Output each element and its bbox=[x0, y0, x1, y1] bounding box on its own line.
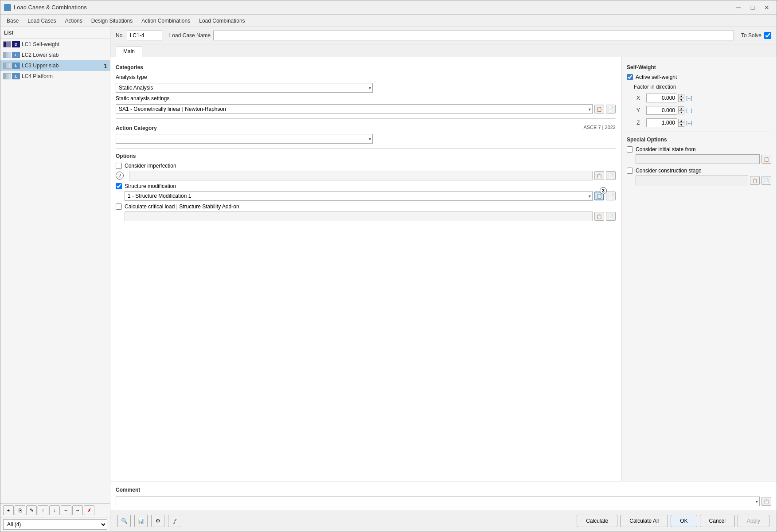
static-settings-edit-btn[interactable]: 📋 bbox=[594, 105, 604, 113]
lc3-text: LC3 Upper slab bbox=[22, 63, 59, 69]
imperfection-new-btn[interactable]: 📄 bbox=[606, 171, 616, 180]
consider-construction-input-row: 📋 📄 bbox=[636, 176, 771, 185]
action-category-select-wrapper: ▾ bbox=[116, 134, 373, 144]
calc-critical-select[interactable] bbox=[125, 211, 593, 221]
maximize-button[interactable]: □ bbox=[746, 3, 759, 12]
calc-critical-actions: 📋 📄 bbox=[125, 211, 616, 221]
consider-construction-new-btn[interactable]: 📄 bbox=[761, 176, 771, 185]
analysis-type-label: Analysis type bbox=[116, 74, 164, 80]
move-up-button[interactable]: ↑ bbox=[38, 505, 48, 515]
static-settings-select-wrapper: SA1 - Geometrically linear | Newton-Raph… bbox=[116, 104, 593, 114]
consider-initial-checkbox[interactable] bbox=[627, 146, 633, 153]
menu-load-cases[interactable]: Load Cases bbox=[23, 16, 60, 26]
close-button[interactable]: ✕ bbox=[761, 3, 773, 12]
menu-action-combinations[interactable]: Action Combinations bbox=[137, 16, 195, 26]
move-left-button[interactable]: ← bbox=[61, 505, 71, 515]
move-down-button[interactable]: ↓ bbox=[49, 505, 60, 515]
active-self-weight-checkbox[interactable] bbox=[627, 74, 633, 80]
tab-main[interactable]: Main bbox=[116, 46, 142, 57]
search-tool-btn[interactable]: 🔍 bbox=[117, 515, 131, 527]
static-settings-with-actions: SA1 - Geometrically linear | Newton-Raph… bbox=[116, 104, 616, 114]
consider-imperfection-checkbox[interactable] bbox=[116, 163, 122, 169]
menu-load-combinations[interactable]: Load Combinations bbox=[195, 16, 249, 26]
info-tool-btn[interactable]: 𝑓 bbox=[168, 515, 181, 527]
consider-construction-checkbox[interactable] bbox=[627, 168, 633, 174]
x-stepper: ▴ ▾ bbox=[678, 94, 684, 102]
list-item-lc4[interactable]: L LC4 Platform bbox=[0, 71, 110, 82]
consider-construction-input[interactable] bbox=[636, 176, 748, 185]
analysis-type-select[interactable]: Static Analysis bbox=[116, 83, 373, 93]
structure-mod-edit-btn[interactable]: 📋 3 bbox=[594, 192, 604, 200]
table-tool-btn[interactable]: 📊 bbox=[134, 515, 148, 527]
to-solve-checkbox[interactable] bbox=[764, 32, 771, 39]
y-link[interactable]: [--] bbox=[686, 108, 692, 113]
no-input[interactable] bbox=[127, 31, 162, 40]
consider-construction-label: Consider construction stage bbox=[636, 168, 702, 174]
consider-initial-input[interactable] bbox=[636, 154, 760, 164]
x-label: X bbox=[634, 95, 643, 101]
lc1-color bbox=[3, 41, 11, 47]
structure-mod-new-btn[interactable]: 📄 bbox=[606, 192, 616, 200]
duplicate-button[interactable]: ⎘ bbox=[15, 505, 25, 515]
calc-critical-edit-btn[interactable]: 📋 bbox=[594, 212, 604, 221]
comment-select-wrapper: ▾ bbox=[116, 497, 760, 506]
consider-initial-edit-btn[interactable]: 📋 bbox=[761, 155, 771, 164]
menu-bar: Base Load Cases Actions Design Situation… bbox=[0, 15, 777, 27]
content-area: List D LC1 Self-weight bbox=[0, 27, 777, 532]
list-item-lc2[interactable]: L LC2 Lower slab bbox=[0, 50, 110, 60]
comment-copy-btn[interactable]: 📋 bbox=[761, 497, 771, 506]
imperfection-edit-btn[interactable]: 📋 bbox=[594, 171, 604, 180]
list-filter-select[interactable]: All (4) bbox=[3, 519, 107, 530]
minimize-button[interactable]: ─ bbox=[732, 3, 745, 12]
action-category-select[interactable] bbox=[116, 134, 373, 144]
structure-mod-select-row: 1 - Structure Modification 1 ▾ 📋 3 📄 bbox=[125, 191, 616, 201]
z-step-up[interactable]: ▴ bbox=[678, 119, 684, 123]
menu-design-situations[interactable]: Design Situations bbox=[87, 16, 137, 26]
consider-construction-edit-btn[interactable]: 📋 bbox=[750, 176, 760, 185]
x-step-down[interactable]: ▾ bbox=[678, 98, 684, 102]
analysis-type-select-wrapper: Static Analysis ▾ bbox=[116, 83, 373, 93]
menu-base[interactable]: Base bbox=[2, 16, 23, 26]
imperfection-select-wrapper bbox=[129, 171, 593, 180]
z-value-input[interactable] bbox=[646, 118, 677, 127]
calculate-all-button[interactable]: Calculate All bbox=[620, 515, 668, 527]
y-step-up[interactable]: ▴ bbox=[678, 106, 684, 110]
y-value-input[interactable] bbox=[646, 106, 677, 115]
load-case-name-input[interactable] bbox=[213, 31, 734, 40]
list-footer: All (4) bbox=[0, 517, 110, 532]
calc-critical-select-row: 📋 📄 bbox=[125, 211, 616, 221]
settings-tool-btn[interactable]: ⚙ bbox=[151, 515, 164, 527]
active-self-weight-label: Active self-weight bbox=[636, 74, 677, 80]
static-settings-select[interactable]: SA1 - Geometrically linear | Newton-Raph… bbox=[116, 104, 593, 114]
comment-select[interactable] bbox=[116, 497, 760, 506]
z-link[interactable]: [--] bbox=[686, 120, 692, 125]
apply-button[interactable]: Apply bbox=[738, 515, 769, 527]
rename-button[interactable]: ✎ bbox=[26, 505, 37, 515]
list-item-lc1[interactable]: D LC1 Self-weight bbox=[0, 39, 110, 50]
calc-critical-checkbox[interactable] bbox=[116, 203, 122, 210]
calc-critical-new-btn[interactable]: 📄 bbox=[606, 212, 616, 221]
x-link[interactable]: [--] bbox=[686, 95, 692, 101]
y-step-down[interactable]: ▾ bbox=[678, 110, 684, 114]
menu-actions[interactable]: Actions bbox=[60, 16, 86, 26]
ok-button[interactable]: OK bbox=[671, 515, 697, 527]
structure-mod-select[interactable]: 1 - Structure Modification 1 bbox=[125, 191, 593, 201]
delete-button[interactable]: ✗ bbox=[84, 505, 94, 515]
cancel-button[interactable]: Cancel bbox=[700, 515, 735, 527]
structure-mod-checkbox[interactable] bbox=[116, 183, 122, 189]
list-item-lc3[interactable]: L LC3 Upper slab 1 bbox=[0, 60, 110, 71]
comment-header: Comment bbox=[116, 487, 771, 493]
move-right-button[interactable]: → bbox=[72, 505, 83, 515]
y-input-group: ▴ ▾ [--] bbox=[646, 106, 771, 115]
z-step-down[interactable]: ▾ bbox=[678, 123, 684, 127]
add-button[interactable]: + bbox=[3, 505, 14, 515]
static-settings-new-btn[interactable]: 📄 bbox=[606, 105, 616, 113]
window-controls: ─ □ ✕ bbox=[732, 3, 773, 12]
x-step-up[interactable]: ▴ bbox=[678, 94, 684, 98]
consider-imperfection-label: Consider imperfection bbox=[125, 163, 176, 169]
consider-construction-actions: 📋 📄 bbox=[636, 176, 771, 185]
imperfection-select[interactable] bbox=[129, 171, 593, 180]
calculate-button[interactable]: Calculate bbox=[577, 515, 617, 527]
right-panel: Self-Weight Active self-weight Factor in… bbox=[621, 57, 777, 481]
x-value-input[interactable] bbox=[646, 94, 677, 102]
